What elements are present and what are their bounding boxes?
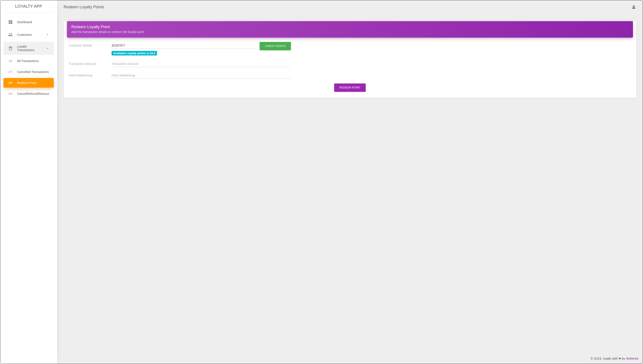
row-transaction-amount: Transaction Amount — [69, 60, 631, 67]
transaction-amount-input[interactable] — [112, 60, 291, 67]
sidebar-item-dashboard[interactable]: Dashboard — [4, 16, 54, 28]
sidebar-item-loyalty-transactions[interactable]: Loyalty Transactions — [4, 42, 54, 55]
point-redeeming-input[interactable] — [112, 72, 291, 79]
sidebar-item-abbr: CR — [8, 92, 13, 96]
available-points-badge: Available Loyalty points is 24.3 — [112, 51, 157, 56]
footer-by: by — [621, 356, 626, 360]
sidebar-subnav-loyalty: AT All Transactions CT Cancelled Transac… — [0, 56, 57, 98]
redeem-point-button[interactable]: Redeem Point — [334, 84, 366, 92]
redeem-card: Redeem Loyalty Point Add the transaction… — [64, 21, 636, 98]
label-customer-mobile: Customer Mobile — [69, 42, 107, 47]
sidebar-item-label: All Transactions — [17, 59, 39, 63]
sidebar-item-abbr: RP — [8, 81, 13, 84]
check-points-button[interactable]: Check Points — [260, 42, 291, 50]
sidebar-item-customers[interactable]: Customers — [4, 29, 54, 40]
sidebar-item-label: Loyalty Transactions — [17, 45, 42, 52]
card-subtitle: Add the transaction details to redeem th… — [71, 30, 628, 34]
sidebar-item-label: Redeem Point — [17, 81, 37, 84]
sidebar-item-abbr: AT — [8, 60, 13, 63]
customer-mobile-input[interactable] — [112, 42, 256, 49]
main: Redeem Loyalty Points Redeem Loyalty Poi… — [57, 0, 643, 364]
sidebar-item-cancel-refund-reissue[interactable]: CR Cancel/Refund/Reissue — [4, 89, 54, 98]
customers-icon — [8, 32, 13, 37]
card-header: Redeem Loyalty Point Add the transaction… — [67, 21, 633, 38]
chevron-down-icon — [46, 33, 50, 37]
dashboard-icon — [8, 20, 13, 25]
register-icon — [8, 46, 13, 51]
page-title: Redeem Loyalty Points — [64, 5, 104, 10]
card-body: Customer Mobile Available Loyalty points… — [64, 38, 636, 98]
sidebar-item-label: Cancel/Refund/Reissue — [17, 92, 49, 96]
chevron-up-icon — [46, 46, 50, 50]
footer: © 2024, made with ♥ by Webtree — [57, 355, 643, 362]
row-point-redeeming: Point Redeeming — [69, 72, 631, 79]
sidebar-item-label: Cancelled Transactions — [17, 70, 49, 74]
label-point-redeeming: Point Redeeming — [69, 72, 107, 77]
topbar: Redeem Loyalty Points — [57, 0, 643, 11]
sidebar: LOYALTY APP Dashboard Customers — [0, 0, 57, 364]
sidebar-item-redeem-point[interactable]: RP Redeem Point — [4, 78, 54, 88]
brand-title: LOYALTY APP — [4, 0, 54, 13]
label-transaction-amount: Transaction Amount — [69, 60, 107, 66]
account-icon[interactable] — [631, 4, 636, 10]
sidebar-item-label: Dashboard — [17, 20, 50, 24]
footer-company-link[interactable]: Webtree — [626, 356, 638, 360]
sidebar-item-all-transactions[interactable]: AT All Transactions — [4, 56, 54, 66]
sidebar-item-label: Customers — [17, 33, 42, 36]
sidebar-nav: Dashboard Customers Loyalty Transactions — [0, 13, 57, 102]
content: Redeem Loyalty Point Add the transaction… — [57, 11, 643, 106]
row-customer-mobile: Customer Mobile Available Loyalty points… — [69, 42, 631, 56]
footer-prefix: © 2024, made with — [590, 356, 619, 360]
sidebar-item-cancelled-transactions[interactable]: CT Cancelled Transactions — [4, 67, 54, 77]
sidebar-item-abbr: CT — [8, 70, 13, 74]
card-title: Redeem Loyalty Point — [71, 25, 628, 29]
